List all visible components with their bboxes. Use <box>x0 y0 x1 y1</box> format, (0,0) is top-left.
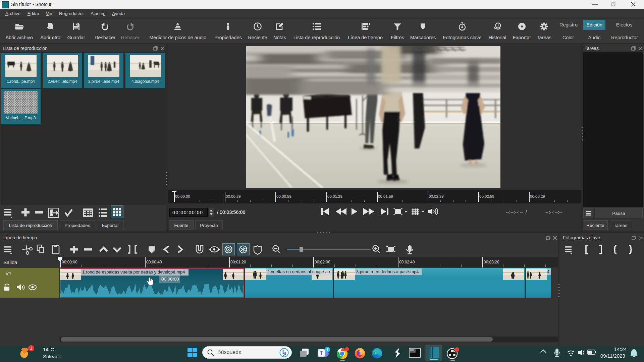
svg-text:1: 1 <box>326 348 328 352</box>
svg-text:T: T <box>320 350 323 356</box>
svg-text:1: 1 <box>30 346 33 351</box>
